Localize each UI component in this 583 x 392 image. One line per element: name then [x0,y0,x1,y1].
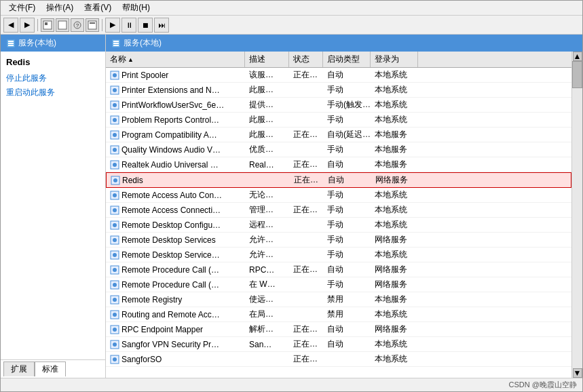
table-row[interactable]: PrintWorkflowUserSvc_6e… 提供… 手动(触发… 本地系统 [106,98,571,113]
service-icon [110,340,119,349]
cell-name: Program Compatibility A… [106,128,245,142]
cell-desc: 此服… [245,128,289,142]
table-row[interactable]: RPC Endpoint Mapper 解析… 正在… 自动 网络服务 [106,322,571,337]
cell-startup: 手动(触发… [323,98,371,112]
toolbar-btn-2[interactable] [56,18,69,32]
table-row[interactable]: Program Compatibility A… 此服… 正在… 自动(延迟… … [106,128,571,142]
table-row[interactable]: Quality Windows Audio V… 优质… 手动 本地服务 [106,142,571,157]
table-row[interactable]: Remote Desktop Services 允许… 手动 网络服务 [106,233,571,248]
menu-file[interactable]: 文件(F) [3,1,41,15]
svg-point-40 [113,253,117,257]
cell-status: 正在… [289,68,323,82]
cell-desc: RPC… [245,262,289,277]
cell-login: 网络服务 [371,322,418,336]
service-icon [110,280,119,290]
table-row[interactable]: Remote Desktop Service… 允许… 手动 本地系统 [106,248,571,262]
forward-button[interactable]: ▶ [20,18,35,33]
col-startup[interactable]: 启动类型 [323,52,371,67]
scroll-up[interactable]: ▲ [573,52,582,61]
menu-help[interactable]: 帮助(H) [117,1,155,15]
stop-action[interactable]: 停止此服务 [6,73,100,84]
pause-button[interactable]: ⏸ [121,18,136,33]
scroll-down[interactable]: ▼ [573,368,582,378]
cell-login: 本地系统 [371,188,418,202]
cell-startup: 手动 [323,277,371,292]
col-login[interactable]: 登录为 [371,52,418,67]
cell-desc [245,352,289,366]
cell-desc: 允许… [245,233,289,247]
cell-desc: 优质… [245,142,289,157]
stop-button[interactable]: ⏹ [138,18,153,33]
toolbar-btn-3[interactable]: ? [71,18,84,32]
sort-arrow: ▲ [128,56,134,63]
table-row[interactable]: Problem Reports Control… 此服… 手动 本地系统 [106,113,571,128]
menu-bar: 文件(F) 操作(A) 查看(V) 帮助(H) [1,1,582,16]
restart-link[interactable]: 重启动此服务 [6,87,55,97]
svg-point-54 [113,357,117,361]
cell-status: 正在… [289,322,323,336]
table-row[interactable]: Redis 正在… 自动 网络服务 [106,172,571,188]
cell-name: Remote Desktop Configu… [106,218,245,232]
col-name[interactable]: 名称 ▲ [106,52,245,67]
cell-desc: 此服… [245,83,289,97]
cell-name: Remote Procedure Call (… [106,277,245,292]
play-button[interactable]: ▶ [105,18,120,33]
svg-rect-12 [113,41,119,42]
cell-startup: 手动 [323,218,371,232]
services-table[interactable]: 名称 ▲ 描述 状态 启动类型 登录为 [106,52,571,378]
cell-desc: Real… [245,157,289,172]
cell-status: 正在… [290,173,324,187]
tab-extend[interactable]: 扩展 [3,361,35,376]
service-icon [110,145,119,155]
table-row[interactable]: Remote Registry 使远… 禁用 本地服务 [106,292,571,307]
svg-point-18 [113,88,117,92]
scroll-thumb[interactable] [572,61,582,88]
toolbar-btn-4[interactable] [86,18,99,32]
cell-login: 本地服务 [371,157,418,172]
cell-name: Routing and Remote Acc… [106,307,245,321]
cell-startup: 手动 [323,142,371,157]
menu-action[interactable]: 操作(A) [41,1,79,15]
restart-action[interactable]: 重启动此服务 [6,87,100,98]
table-body: Print Spooler 该服… 正在… 自动 本地系统 Printer Ex… [106,68,571,367]
table-row[interactable]: Printer Extensions and N… 此服… 手动 本地系统 [106,83,571,98]
table-row[interactable]: Remote Procedure Call (… 在 W… 手动 网络服务 [106,277,571,292]
service-name: Remote Procedure Call (… [121,280,219,290]
cell-startup: 禁用 [323,292,371,307]
table-row[interactable]: Sangfor VPN Security Pr… San… 正在… 自动 本地系… [106,337,571,352]
table-row[interactable]: Remote Access Connecti… 管理… 正在… 手动 本地系统 [106,203,571,218]
table-row[interactable]: Remote Desktop Configu… 远程… 手动 本地系统 [106,218,571,233]
col-desc[interactable]: 描述 [245,52,289,67]
cell-status [289,83,323,97]
table-row[interactable]: Routing and Remote Acc… 在局… 禁用 本地系统 [106,307,571,322]
services-icon [6,39,16,48]
table-row[interactable]: Remote Procedure Call (… RPC… 正在… 自动 网络服… [106,262,571,277]
table-row[interactable]: Realtek Audio Universal … Real… 正在… 自动 本… [106,157,571,172]
service-name: Redis [122,176,143,185]
svg-rect-1 [45,22,48,25]
table-row[interactable]: Remote Access Auto Con… 无论… 手动 本地系统 [106,188,571,203]
tab-standard[interactable]: 标准 [35,361,66,376]
cell-name: Remote Registry [106,292,245,307]
svg-point-34 [113,208,117,212]
cell-login: 本地系统 [371,83,418,97]
scrollbar[interactable]: ▲ ▼ [571,52,582,378]
cell-desc: 允许… [245,248,289,262]
menu-view[interactable]: 查看(V) [79,1,117,15]
restart-button[interactable]: ⏭ [154,18,169,33]
svg-rect-10 [8,45,14,46]
service-name: Sangfor VPN Security Pr… [121,340,219,349]
col-status[interactable]: 状态 [289,52,323,67]
cell-startup: 手动 [323,248,371,262]
stop-link[interactable]: 停止此服务 [6,73,47,83]
table-row[interactable]: SangforSO 正在… 本地系统 [106,352,571,367]
cell-status: 正在… [289,128,323,142]
cell-name: Remote Desktop Service… [106,248,245,262]
service-name: RPC Endpoint Mapper [121,325,203,334]
service-icon [110,191,119,200]
table-row[interactable]: Print Spooler 该服… 正在… 自动 本地系统 [106,68,571,83]
svg-point-30 [113,178,117,182]
cell-desc: 此服… [245,113,289,127]
back-button[interactable]: ◀ [3,18,18,33]
toolbar-btn-1[interactable] [41,18,54,32]
